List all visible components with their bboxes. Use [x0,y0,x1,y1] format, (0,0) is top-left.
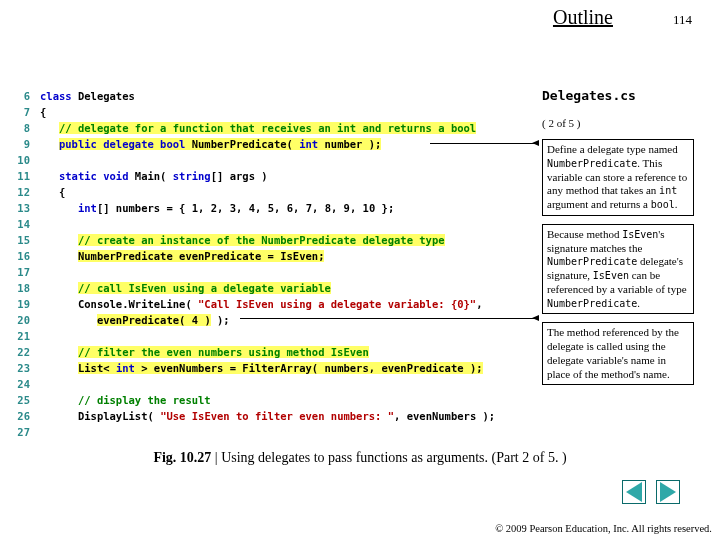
code-line: 18 // call IsEven using a delegate varia… [8,280,538,296]
code-content: // create an instance of the NumberPredi… [40,232,445,248]
callout-arrow [240,318,538,319]
code-content: List< int > evenNumbers = FilterArray( n… [40,360,483,376]
code-content: int[] numbers = { 1, 2, 3, 4, 5, 6, 7, 8… [40,200,394,216]
code-content: { [40,104,46,120]
code-line: 22 // filter the even numbers using meth… [8,344,538,360]
prev-button[interactable] [622,480,646,504]
code-content: { [40,184,65,200]
annotation-sidebar: Delegates.cs ( 2 of 5 ) Define a delegat… [542,88,694,393]
source-filename: Delegates.cs [542,88,694,103]
code-content: class Delegates [40,88,135,104]
code-content: // delegate for a function that receives… [40,120,476,136]
triangle-left-icon [626,482,642,502]
line-number: 25 [8,392,30,408]
line-number: 8 [8,120,30,136]
callout-text: . [637,297,640,309]
line-number: 15 [8,232,30,248]
figure-number: Fig. 10.27 [153,450,211,465]
code-line: 9 public delegate bool NumberPredicate( … [8,136,538,152]
line-number: 13 [8,200,30,216]
code-listing: 6class Delegates7{8 // delegate for a fu… [8,88,538,440]
line-number: 14 [8,216,30,232]
callout-text: argument and returns a [547,198,651,210]
code-content: static void Main( string[] args ) [40,168,268,184]
code-content: Console.WriteLine( "Call IsEven using a … [40,296,483,312]
page-number: 114 [673,12,692,28]
callout-code: IsEven [622,229,658,240]
line-number: 12 [8,184,30,200]
code-line: 11 static void Main( string[] args ) [8,168,538,184]
line-number: 6 [8,88,30,104]
line-number: 18 [8,280,30,296]
copyright-notice: © 2009 Pearson Education, Inc. All right… [495,523,712,536]
line-number: 11 [8,168,30,184]
slide-header: Outline 114 [553,6,692,29]
callout-text: Because method [547,228,622,240]
callout-code: NumberPredicate [547,298,637,309]
code-line: 25 // display the result [8,392,538,408]
line-number: 24 [8,376,30,392]
code-line: 27 [8,424,538,440]
callout-arrow [430,143,538,144]
outline-link[interactable]: Outline [553,6,613,29]
line-number: 22 [8,344,30,360]
code-content: // call IsEven using a delegate variable [40,280,331,296]
code-line: 16 NumberPredicate evenPredicate = IsEve… [8,248,538,264]
callout-code: NumberPredicate [547,256,637,267]
code-line: 15 // create an instance of the NumberPr… [8,232,538,248]
code-line: 10 [8,152,538,168]
code-line: 21 [8,328,538,344]
line-number: 7 [8,104,30,120]
caption-text: Using delegates to pass functions as arg… [221,450,566,465]
callout-code: NumberPredicate [547,158,637,169]
callout-box: Define a delegate type named NumberPredi… [542,139,694,216]
code-line: 26 DisplayList( "Use IsEven to filter ev… [8,408,538,424]
line-number: 16 [8,248,30,264]
code-line: 23 List< int > evenNumbers = FilterArray… [8,360,538,376]
slide-nav [622,480,680,504]
line-number: 26 [8,408,30,424]
line-number: 10 [8,152,30,168]
callout-code: int [659,185,677,196]
line-number: 27 [8,424,30,440]
line-number: 23 [8,360,30,376]
code-line: 17 [8,264,538,280]
callout-text: Define a delegate type named [547,143,678,155]
callout-box: The method referenced by the delegate is… [542,322,694,385]
code-line: 19 Console.WriteLine( "Call IsEven using… [8,296,538,312]
code-content: // display the result [40,392,211,408]
part-info: ( 2 of 5 ) [542,117,694,129]
line-number: 19 [8,296,30,312]
line-number: 21 [8,328,30,344]
callout-box: Because method IsEven's signature matche… [542,224,694,315]
code-content: public delegate bool NumberPredicate( in… [40,136,381,152]
caption-separator: | [211,450,221,465]
line-number: 17 [8,264,30,280]
next-button[interactable] [656,480,680,504]
callout-text: . [675,198,678,210]
code-line: 6class Delegates [8,88,538,104]
code-line: 8 // delegate for a function that receiv… [8,120,538,136]
code-content: DisplayList( "Use IsEven to filter even … [40,408,495,424]
callout-code: IsEven [593,270,629,281]
figure-caption: Fig. 10.27 | Using delegates to pass fun… [0,450,720,466]
code-line: 24 [8,376,538,392]
callout-code: bool [651,199,675,210]
code-content: // filter the even numbers using method … [40,344,369,360]
code-content: evenPredicate( 4 ) ); [40,312,230,328]
code-line: 13 int[] numbers = { 1, 2, 3, 4, 5, 6, 7… [8,200,538,216]
triangle-right-icon [660,482,676,502]
callout-text: The method referenced by the delegate is… [547,326,679,379]
line-number: 20 [8,312,30,328]
code-line: 20 evenPredicate( 4 ) ); [8,312,538,328]
code-line: 12 { [8,184,538,200]
code-line: 7{ [8,104,538,120]
code-line: 14 [8,216,538,232]
code-content: NumberPredicate evenPredicate = IsEven; [40,248,324,264]
line-number: 9 [8,136,30,152]
